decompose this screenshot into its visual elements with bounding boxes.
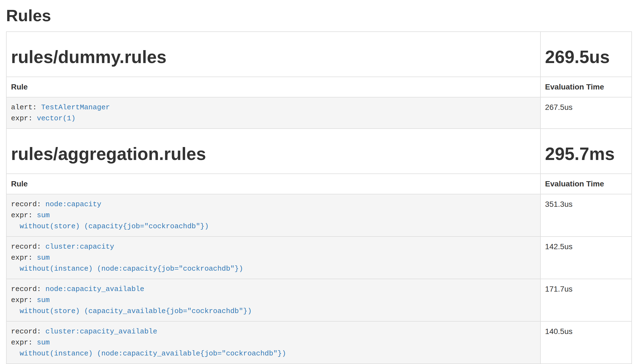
rule-definition: record: node:capacity_availableexpr: sum… — [11, 284, 536, 317]
rule-code-line: without(store) (capacity_available{job="… — [11, 306, 536, 317]
rule-keyword: alert: — [11, 103, 41, 112]
rule-code-line: record: cluster:capacity_available — [11, 326, 536, 337]
rule-group-evaluation-time-cell: 269.5us — [540, 32, 632, 77]
rule-keyword: expr: — [11, 296, 37, 304]
rules-page: Rules rules/dummy.rules269.5usRuleEvalua… — [0, 0, 638, 364]
rule-keyword: expr: — [11, 254, 37, 262]
rule-cell: record: cluster:capacity_availableexpr: … — [6, 321, 540, 364]
rule-group-evaluation-time: 295.7ms — [545, 145, 627, 163]
rule-link[interactable]: without(instance) (node:capacity_availab… — [20, 349, 286, 358]
rules-table-body: rules/dummy.rules269.5usRuleEvaluation T… — [6, 32, 632, 364]
rule-link[interactable]: node:capacity_available — [45, 285, 144, 293]
rule-group-file-cell: rules/aggregation.rules — [6, 129, 540, 174]
rule-cell: record: node:capacity_availableexpr: sum… — [6, 279, 540, 321]
rule-keyword — [11, 349, 20, 358]
rule-link[interactable]: sum — [37, 338, 50, 347]
rule-code-line: without(store) (capacity{job="cockroachd… — [11, 221, 536, 232]
rule-link[interactable]: without(instance) (node:capacity{job="co… — [20, 265, 243, 273]
rule-row: alert: TestAlertManagerexpr: vector(1)26… — [6, 97, 632, 129]
rule-row: record: node:capacity_availableexpr: sum… — [6, 279, 632, 321]
rule-keyword: record: — [11, 243, 45, 251]
rule-code-line: without(instance) (node:capacity_availab… — [11, 348, 536, 359]
rule-row: record: cluster:capacity_availableexpr: … — [6, 321, 632, 364]
rule-cell: record: node:capacityexpr: sum without(s… — [6, 194, 540, 237]
rule-code-line: expr: sum — [11, 210, 536, 221]
rule-keyword — [11, 265, 20, 273]
rule-link[interactable]: sum — [37, 296, 50, 304]
rule-link[interactable]: without(store) (capacity_available{job="… — [20, 307, 252, 315]
rule-code-line: alert: TestAlertManager — [11, 102, 536, 113]
rule-keyword: record: — [11, 285, 45, 293]
rule-cell: record: cluster:capacityexpr: sum withou… — [6, 237, 540, 279]
rule-keyword: record: — [11, 327, 45, 336]
column-header-row: RuleEvaluation Time — [6, 77, 632, 97]
rule-code-line: expr: sum — [11, 337, 536, 348]
rule-row: record: node:capacityexpr: sum without(s… — [6, 194, 632, 237]
rule-code-line: record: node:capacity_available — [11, 284, 536, 295]
column-header-row: RuleEvaluation Time — [6, 174, 632, 194]
rule-evaluation-time-cell: 171.7us — [540, 279, 632, 321]
rule-column-header: Rule — [6, 174, 540, 194]
rule-code-line: record: cluster:capacity — [11, 241, 536, 252]
rule-definition: record: cluster:capacity_availableexpr: … — [11, 326, 536, 359]
evaluation-time-column-header: Evaluation Time — [540, 77, 632, 97]
evaluation-time-column-header: Evaluation Time — [540, 174, 632, 194]
rule-link[interactable]: sum — [37, 254, 50, 262]
rule-keyword: expr: — [11, 211, 37, 219]
rule-group-evaluation-time-cell: 295.7ms — [540, 129, 632, 174]
rule-code-line: without(instance) (node:capacity{job="co… — [11, 263, 536, 274]
rule-definition: record: cluster:capacityexpr: sum withou… — [11, 241, 536, 274]
rule-evaluation-time-cell: 140.5us — [540, 321, 632, 364]
page-title: Rules — [6, 7, 632, 25]
rule-code-line: expr: vector(1) — [11, 113, 536, 124]
rule-group-row: rules/aggregation.rules295.7ms — [6, 129, 632, 174]
rule-link[interactable]: TestAlertManager — [41, 103, 110, 112]
rule-evaluation-time-cell: 142.5us — [540, 237, 632, 279]
rules-table: rules/dummy.rules269.5usRuleEvaluation T… — [6, 31, 632, 364]
rule-code-line: expr: sum — [11, 295, 536, 306]
rule-link[interactable]: cluster:capacity_available — [45, 327, 157, 336]
rule-column-header: Rule — [6, 77, 540, 97]
rule-row: record: cluster:capacityexpr: sum withou… — [6, 237, 632, 279]
rule-keyword — [11, 307, 20, 315]
rule-group-file: rules/dummy.rules — [11, 48, 536, 66]
rule-link[interactable]: sum — [37, 211, 50, 219]
rule-keyword: expr: — [11, 114, 37, 123]
rule-link[interactable]: cluster:capacity — [45, 243, 114, 251]
rule-definition: record: node:capacityexpr: sum without(s… — [11, 199, 536, 232]
rule-cell: alert: TestAlertManagerexpr: vector(1) — [6, 97, 540, 129]
rule-keyword: expr: — [11, 338, 37, 347]
rule-link[interactable]: node:capacity — [45, 200, 101, 208]
rule-keyword — [11, 222, 20, 230]
rule-link[interactable]: without(store) (capacity{job="cockroachd… — [20, 222, 209, 230]
rule-code-line: record: node:capacity — [11, 199, 536, 210]
rule-evaluation-time-cell: 267.5us — [540, 97, 632, 129]
rule-group-file-cell: rules/dummy.rules — [6, 32, 540, 77]
rule-link[interactable]: vector(1) — [37, 114, 75, 123]
rule-evaluation-time-cell: 351.3us — [540, 194, 632, 237]
rule-group-row: rules/dummy.rules269.5us — [6, 32, 632, 77]
rule-definition: alert: TestAlertManagerexpr: vector(1) — [11, 102, 536, 124]
rule-group-file: rules/aggregation.rules — [11, 145, 536, 163]
rule-code-line: expr: sum — [11, 252, 536, 263]
rule-keyword: record: — [11, 200, 45, 208]
rule-group-evaluation-time: 269.5us — [545, 48, 627, 66]
